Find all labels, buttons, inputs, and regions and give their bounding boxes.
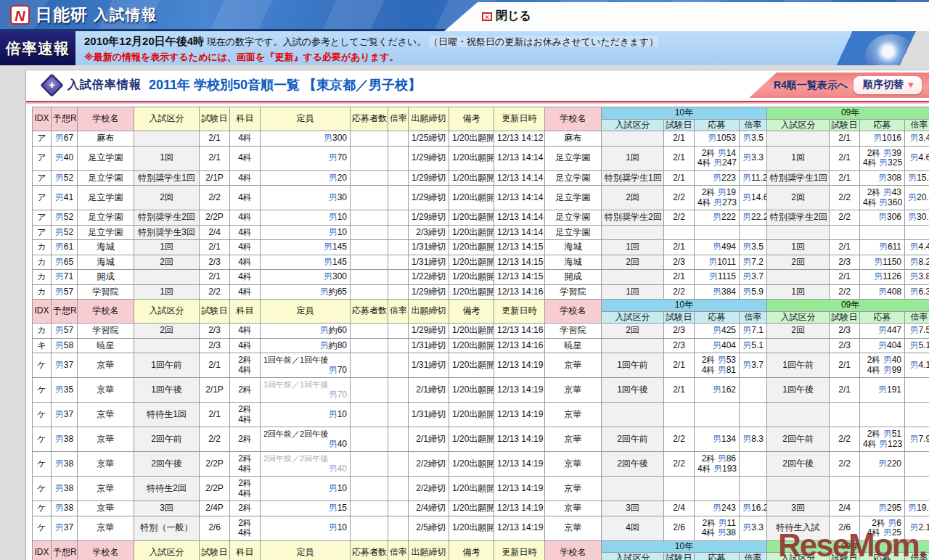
y09-date <box>830 403 860 427</box>
y09-applied: 2科 男434科 男360 <box>860 186 905 210</box>
y09-applied: 2科 男514科 男123 <box>860 427 905 452</box>
cell-capacity: 男10 <box>261 225 351 240</box>
y10-ratio <box>740 403 767 427</box>
y09-applied: 男408 <box>860 284 905 300</box>
cell-subjects: 2科4科 <box>230 452 261 477</box>
cell-updated: 12/13 14:14 <box>494 225 545 240</box>
y10-ratio <box>740 225 767 240</box>
cell-school2: 足立学園 <box>545 186 602 210</box>
y10-division: 1回 <box>602 240 664 255</box>
cell-exam-date: 2/4P <box>200 501 230 516</box>
col-header: 備考 <box>449 107 494 131</box>
y10-division: 2回 <box>602 186 664 210</box>
y09-applied <box>860 403 905 427</box>
col-header: 備考 <box>449 300 494 324</box>
y09-division: 1回 <box>767 284 830 300</box>
cell-division: 2回 <box>134 324 200 339</box>
y10-date: 2/3 <box>664 255 695 270</box>
cell-capacity: 1回午前／1回午後男70 <box>261 378 351 403</box>
y10-applied: 2科 男864科 男193 <box>695 452 740 477</box>
y10-division: 特別奨学生2回 <box>602 210 664 226</box>
close-button[interactable]: ✕ 閉じる <box>482 9 531 24</box>
cell-school2: 京華 <box>545 353 602 378</box>
cell-r4: 男57 <box>52 324 78 339</box>
cell-subjects: 4科 <box>230 146 261 170</box>
cell-idx: ケ <box>33 452 52 477</box>
cell-deadline: 1/29締切 <box>409 170 449 186</box>
cell-ratio <box>388 378 409 403</box>
y09-applied: 男1150 <box>860 255 905 270</box>
col-header: 予想R4 <box>52 107 78 131</box>
sort-toggle-button[interactable]: 順序切替 ▼ <box>854 76 922 94</box>
cell-subjects: 2科 <box>230 378 261 403</box>
cell-division: 2回 <box>134 255 200 270</box>
y09-division: 2回 <box>767 324 830 339</box>
y10-division: 3回 <box>602 501 664 516</box>
cell-ratio <box>388 131 409 147</box>
cell-exam-date: 2/2 <box>200 284 230 300</box>
cell-deadline: 1/31締切 <box>409 353 449 378</box>
cell-applicants <box>351 131 388 147</box>
cell-school: 海城 <box>78 240 134 255</box>
cell-remarks: 1/20出願開始 <box>449 501 494 516</box>
col-header: IDX <box>33 540 52 560</box>
cell-school2: 足立学園 <box>545 146 602 170</box>
y09-date: 2/3 <box>830 255 860 270</box>
cell-capacity: 男10 <box>261 210 351 226</box>
cell-capacity: 男145 <box>261 255 351 270</box>
y09-date: 2/1 <box>830 131 860 147</box>
cell-subjects: 4科 <box>230 210 261 226</box>
r4-order-link[interactable]: R4順一覧表示へ <box>774 79 848 92</box>
cell-idx: ア <box>33 170 52 186</box>
cell-exam-date: 2/3 <box>200 324 230 339</box>
content-panel: 入試倍率情報 2011年 学校別50音順一覧 【東京都／男子校】 R4順一覧表示… <box>25 70 929 560</box>
y10-division <box>602 403 664 427</box>
col-header: 備考 <box>449 540 494 560</box>
y10-ratio: 男3.7 <box>740 353 767 378</box>
cell-division <box>134 338 200 353</box>
y09-division <box>767 131 830 147</box>
y09-ratio: 男4.6 <box>905 146 929 170</box>
table-row: カ男65海城2回2/34科男1451/31締切1/20出願開始12/13 14:… <box>33 255 929 270</box>
year09-subheader: 倍率 <box>905 311 929 324</box>
col-header: 学校名 <box>78 107 134 131</box>
y10-applied: 男494 <box>695 240 740 255</box>
cell-subjects: 4科 <box>230 131 261 147</box>
year09-subheader: 試験日 <box>830 311 860 324</box>
header-row: IDX予想R4学校名入試区分試験日科目定員応募者数倍率出願締切備考更新日時学校名… <box>33 107 929 120</box>
y10-date: 2/1 <box>664 378 695 403</box>
cell-r4: 男38 <box>52 501 78 516</box>
col-header: 出願締切 <box>409 107 449 131</box>
cell-deadline: 1/31締切 <box>409 255 449 270</box>
y09-ratio <box>905 452 929 477</box>
y09-date: 2/1 <box>830 146 860 170</box>
cell-exam-date: 2/3 <box>200 255 230 270</box>
cell-school: 足立学園 <box>78 210 134 226</box>
cell-idx: キ <box>33 338 52 353</box>
col-header: 入試区分 <box>134 540 200 560</box>
cell-exam-date: 2/2P <box>200 477 230 501</box>
cell-exam-date: 2/1 <box>200 270 230 285</box>
cell-division: 特待生2回 <box>134 477 200 501</box>
y09-date: 2/4 <box>830 501 860 516</box>
cell-ratio <box>388 186 409 210</box>
y09-ratio <box>905 403 929 427</box>
cell-r4: 男61 <box>52 240 78 255</box>
table-row: ケ男37京華特待生1回2/12科4科男101/31締切1/20出願開始12/13… <box>33 403 929 427</box>
col-header: 定員 <box>261 107 351 131</box>
cell-idx: ア <box>33 131 52 147</box>
year10-header: 10年 <box>602 300 767 312</box>
table-row: ア男67麻布2/14科男3001/25締切1/20出願開始12/13 14:12… <box>33 131 929 147</box>
y09-division <box>767 477 830 501</box>
cell-school2: 京華 <box>545 452 602 477</box>
cell-ratio <box>388 210 409 226</box>
y10-applied: 男1053 <box>695 131 740 147</box>
top-white-wedge: ✕ 閉じる <box>444 2 929 31</box>
y09-applied <box>860 477 905 501</box>
cell-exam-date: 2/1 <box>200 353 230 378</box>
cell-ratio <box>388 477 409 501</box>
y09-ratio: 男8.2 <box>905 255 929 270</box>
cell-applicants <box>351 270 388 285</box>
y10-division <box>602 131 664 147</box>
cell-capacity: 男30 <box>261 186 351 210</box>
